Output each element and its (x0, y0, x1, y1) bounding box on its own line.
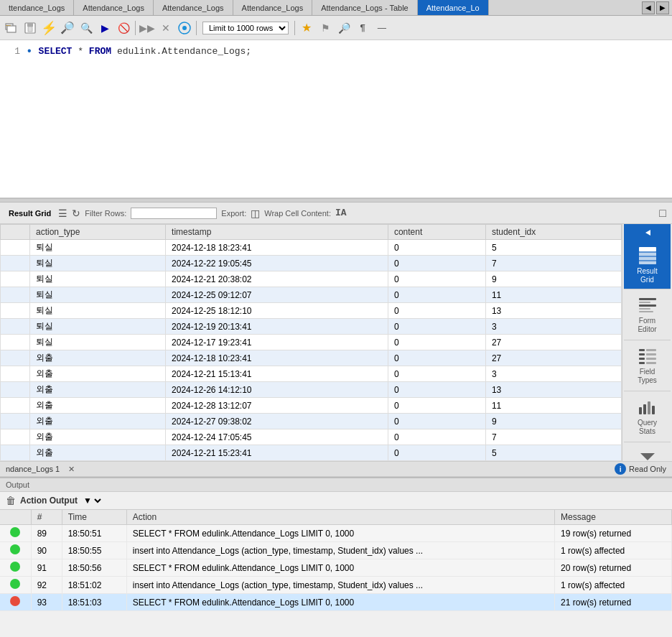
col-header-student-idx[interactable]: student_idx (485, 225, 621, 240)
table-row[interactable]: 외출2024-12-27 09:38:0209 (1, 414, 622, 429)
cell-content: 0 (388, 429, 485, 445)
result-tab-close[interactable]: ✕ (68, 465, 75, 474)
cell-student_idx: 5 (485, 240, 621, 256)
cell-student_idx: 5 (485, 445, 621, 461)
table-row[interactable]: 퇴실2024-12-25 18:12:10013 (1, 303, 622, 319)
output-cell-message: 21 row(s) returned (555, 594, 672, 611)
sql-editor[interactable]: 1 • SELECT * FROM edulink.Attendance_Log… (0, 40, 672, 198)
cell-action_type: 퇴실 (30, 287, 166, 303)
tab-2[interactable]: Attendance_Logs (74, 0, 154, 15)
save-btn[interactable] (22, 19, 39, 37)
search-btn[interactable]: 🔍 (78, 19, 95, 37)
cell-action_type: 퇴실 (30, 335, 166, 350)
output-area: Output 🗑 Action Output ▼ # Time Action M… (0, 477, 672, 611)
open-file-btn[interactable] (3, 19, 20, 37)
table-row[interactable]: 퇴실2024-12-21 20:38:0209 (1, 271, 622, 287)
bookmark-btn[interactable]: ⚑ (317, 19, 334, 37)
wrap-icon[interactable]: IA (335, 208, 347, 218)
col-header-timestamp[interactable]: timestamp (166, 225, 388, 240)
output-row[interactable]: 8918:50:51SELECT * FROM edulink.Attendan… (0, 525, 672, 542)
result-table-area[interactable]: action_type timestamp content student_id… (0, 224, 622, 461)
cell-action_type: 퇴실 (30, 319, 166, 335)
output-row[interactable]: 9118:50:56SELECT * FROM edulink.Attendan… (0, 559, 672, 577)
tab-5[interactable]: Attendance_Logs - Table (312, 0, 418, 15)
layout-icon[interactable]: □ (659, 207, 666, 220)
table-row[interactable]: 퇴실2024-12-25 09:12:07011 (1, 287, 622, 303)
output-row[interactable]: 9218:51:02insert into Attendance_Logs (a… (0, 577, 672, 594)
rollback-btn[interactable]: ✕ (157, 19, 174, 37)
svg-rect-27 (639, 407, 642, 414)
limit-select[interactable]: Limit to 1000 rows (202, 22, 289, 34)
cell-timestamp: 2024-12-21 15:13:41 (166, 366, 388, 382)
row-num (1, 382, 30, 398)
stop-btn[interactable]: 🚫 (115, 19, 132, 37)
status-dot (10, 596, 20, 606)
table-row[interactable]: 외출2024-12-21 15:23:4105 (1, 445, 622, 461)
refresh-icon[interactable]: ↻ (72, 208, 80, 219)
find-btn[interactable]: 🔎 (335, 19, 353, 37)
row-num (1, 287, 30, 303)
table-row[interactable]: 퇴실2024-12-22 19:05:4507 (1, 256, 622, 271)
tab-6[interactable]: Attendance_Lo (418, 0, 489, 15)
main-toolbar: ⚡ 🔎 🔍 ▶ 🚫 ▶▶ ✕ Limit to 1000 rows ★ ⚑ 🔎 … (0, 16, 672, 40)
table-row[interactable]: 퇴실2024-12-19 20:13:4103 (1, 319, 622, 335)
cell-action_type: 외출 (30, 366, 166, 382)
table-row[interactable]: 외출2024-12-26 14:12:10013 (1, 382, 622, 398)
reconnect-btn[interactable]: ▶ (96, 19, 113, 37)
sidebar-result-grid[interactable]: ResultGrid (624, 241, 671, 289)
sidebar-collapse-btn[interactable] (624, 224, 671, 241)
tab-3[interactable]: Attendance_Logs (154, 0, 233, 15)
output-row[interactable]: 9318:51:03SELECT * FROM edulink.Attendan… (0, 594, 672, 611)
sidebar-query-stats[interactable]: QueryStats (624, 391, 671, 442)
execute-btn[interactable]: ⚡ (40, 19, 57, 37)
output-header: Output (0, 478, 672, 492)
output-cell-action: SELECT * FROM edulink.Attendance_Logs LI… (126, 525, 554, 542)
output-cell-num: 89 (31, 525, 62, 542)
trash-icon[interactable]: 🗑 (6, 495, 16, 506)
col-header-content[interactable]: content (388, 225, 485, 240)
tab-prev-btn[interactable]: ◀ (642, 1, 655, 14)
output-row[interactable]: 9018:50:55insert into Attendance_Logs (a… (0, 542, 672, 559)
sidebar-form-editor-label: FormEditor (638, 317, 656, 334)
schema-btn[interactable] (176, 19, 193, 37)
output-status-cell (0, 542, 31, 559)
sidebar-form-editor[interactable]: FormEditor (624, 289, 671, 340)
output-col-message[interactable]: Message (555, 510, 672, 525)
cell-timestamp: 2024-12-18 10:23:41 (166, 350, 388, 366)
tab-next-btn[interactable]: ▶ (656, 1, 669, 14)
sidebar-field-types[interactable]: FieldTypes (624, 340, 671, 391)
row-num (1, 350, 30, 366)
tab-4[interactable]: Attendance_Logs (233, 0, 313, 15)
star-btn[interactable]: ★ (298, 19, 315, 37)
result-grid-btn[interactable]: Result Grid (6, 208, 54, 219)
output-status-cell (0, 577, 31, 594)
col-header-action-type[interactable]: action_type (30, 225, 166, 240)
table-row[interactable]: 외출2024-12-21 15:13:4103 (1, 366, 622, 382)
export-icon[interactable]: ◫ (251, 208, 260, 219)
row-num (1, 240, 30, 256)
table-row[interactable]: 퇴실2024-12-17 19:23:41027 (1, 335, 622, 350)
action-output-select[interactable]: ▼ (80, 495, 103, 506)
svg-rect-5 (28, 27, 32, 32)
format-btn[interactable]: ¶ (354, 19, 371, 37)
explain-btn[interactable]: 🔎 (59, 19, 76, 37)
result-tab-label[interactable]: ndance_Logs 1 (6, 465, 60, 473)
cell-timestamp: 2024-12-27 09:38:02 (166, 414, 388, 429)
cell-student_idx: 9 (485, 271, 621, 287)
table-row[interactable]: 퇴실2024-12-18 18:23:4105 (1, 240, 622, 256)
table-row[interactable]: 외출2024-12-24 17:05:4507 (1, 429, 622, 445)
commit-btn[interactable]: ▶▶ (139, 19, 156, 37)
table-row[interactable]: 외출2024-12-18 10:23:41027 (1, 350, 622, 366)
table-row[interactable]: 외출2024-12-28 13:12:07011 (1, 398, 622, 414)
sidebar-result-grid-label: ResultGrid (637, 267, 657, 284)
row-num (1, 398, 30, 414)
output-col-time[interactable]: Time (62, 510, 126, 525)
tab-1[interactable]: ttendance_Logs (0, 0, 74, 15)
output-col-num[interactable]: # (31, 510, 62, 525)
filter-input[interactable] (131, 208, 217, 219)
output-col-action[interactable]: Action (126, 510, 554, 525)
output-cell-message: 1 row(s) affected (555, 542, 672, 559)
cell-action_type: 외출 (30, 445, 166, 461)
export-btn[interactable]: ⸻ (373, 19, 390, 37)
result-table: action_type timestamp content student_id… (0, 224, 622, 461)
